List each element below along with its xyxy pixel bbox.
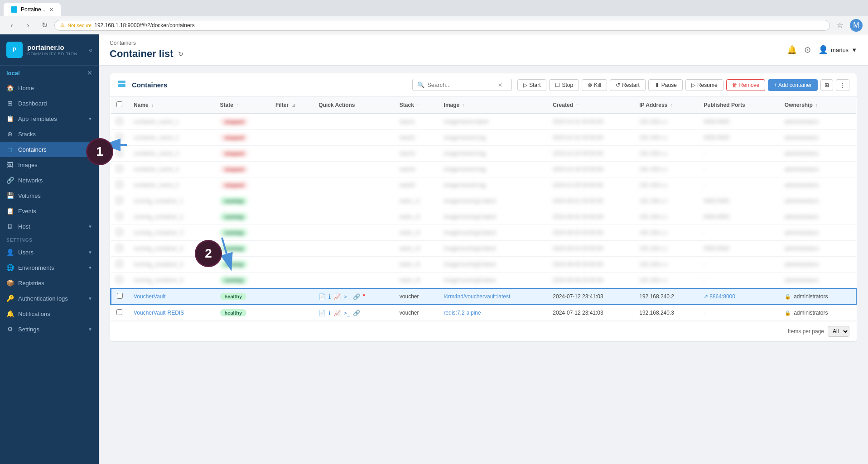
inspect-icon[interactable]: ℹ [328, 293, 331, 300]
sidebar-item-environments[interactable]: 🌐 Environments ▼ [0, 260, 99, 275]
row-checkbox[interactable] [116, 213, 122, 219]
stop-button[interactable]: ☐ Stop [549, 79, 579, 91]
sidebar-item-app-templates[interactable]: 📋 App Templates ▼ [0, 111, 99, 126]
row-checkbox[interactable] [116, 229, 122, 235]
sidebar-item-containers[interactable]: ◻ Containers [0, 142, 99, 157]
filter-cell [270, 130, 313, 146]
filter-cell [270, 288, 313, 305]
search-clear-button[interactable]: ✕ [498, 82, 502, 88]
stats-icon[interactable]: 📈 [333, 293, 341, 300]
items-per-page-label: Items per page [788, 328, 824, 335]
name-column-header[interactable]: Name ↓ [128, 97, 215, 114]
row-checkbox[interactable] [117, 293, 123, 299]
host-icon: 🖥 [6, 223, 14, 230]
ports-column-header[interactable]: Published Ports ↑ [698, 97, 779, 114]
created-cell: 2024-01-05 00:00:00 [547, 177, 634, 193]
filter-column-header[interactable]: Filter ⊿ [270, 97, 313, 114]
search-input[interactable] [427, 81, 495, 88]
env-close-button[interactable]: ✕ [87, 69, 92, 77]
logs-icon[interactable]: 📄 [318, 310, 326, 316]
attach-icon[interactable]: 🔗 [353, 293, 360, 300]
select-all-checkbox[interactable] [116, 101, 122, 107]
per-page-select[interactable]: All 10 25 50 [828, 326, 849, 337]
sidebar-item-home[interactable]: 🏠 Home [0, 80, 99, 96]
container-name-link[interactable]: VoucherVault-REDIS [134, 310, 184, 316]
attach-icon[interactable]: 🔗 [353, 310, 360, 316]
kill-button[interactable]: ⊗ Kill [582, 79, 607, 91]
user-menu[interactable]: 👤 marius ▼ [818, 45, 857, 55]
vouchervault-redis-row[interactable]: VoucherVault-REDIS healthy 📄 ℹ [111, 305, 857, 321]
row-checkbox[interactable] [116, 134, 122, 140]
sidebar-item-events[interactable]: 📋 Events [0, 203, 99, 219]
ownership-column-header[interactable]: Ownership ↑ [779, 97, 856, 114]
reload-button[interactable]: ↻ [38, 19, 51, 32]
select-all-header[interactable] [111, 97, 129, 114]
bookmark-button[interactable]: ☆ [834, 19, 846, 32]
image-column-header[interactable]: Image ↑ [439, 97, 548, 114]
search-box[interactable]: 🔍 ✕ [412, 79, 512, 91]
row-checkbox[interactable] [116, 261, 122, 267]
inspect-icon[interactable]: ℹ [328, 310, 331, 316]
image-cell: image/running5:latest [439, 257, 548, 273]
row-checkbox[interactable] [116, 309, 122, 315]
stats-icon[interactable]: 📈 [333, 310, 341, 316]
ownership-cell: administrators [779, 273, 856, 289]
active-tab[interactable]: Portaine... ✕ [4, 3, 61, 16]
tab-close-button[interactable]: ✕ [49, 7, 53, 13]
ports-cell: 0000:0000 [698, 193, 779, 209]
remove-button[interactable]: 🗑 Remove [726, 79, 766, 91]
restart-button[interactable]: ↺ Restart [610, 79, 646, 91]
kill-label: Kill [594, 82, 601, 88]
row-checkbox[interactable] [116, 245, 122, 251]
ports-link[interactable]: ↗ 8864:8000 [704, 293, 774, 300]
ip-column-header[interactable]: IP Address ↑ [634, 97, 698, 114]
row-checkbox[interactable] [116, 166, 122, 172]
sidebar-item-registries[interactable]: 📦 Registries [0, 275, 99, 291]
refresh-button[interactable]: ↻ [178, 50, 183, 57]
sidebar-item-dashboard[interactable]: ⊞ Dashboard [0, 96, 99, 111]
sidebar-collapse-button[interactable]: « [89, 46, 92, 53]
sidebar-item-settings[interactable]: ⚙ Settings ▼ [0, 321, 99, 337]
sidebar-item-volumes[interactable]: 💾 Volumes [0, 188, 99, 203]
more-options-button[interactable]: ⋮ [836, 79, 849, 91]
exec-console-icon[interactable]: >_ [343, 293, 350, 300]
state-badge: stopped [220, 150, 249, 157]
row-checkbox[interactable] [116, 277, 122, 282]
ports-cell: - [698, 305, 779, 321]
sidebar-item-auth-logs[interactable]: 🔑 Authentication logs ▼ [0, 291, 99, 306]
stack-column-header[interactable]: Stack ↑ [394, 97, 439, 114]
sidebar-item-users[interactable]: 👤 Users ▼ [0, 244, 99, 260]
sidebar-item-images[interactable]: 🖼 Images [0, 157, 99, 172]
image-link[interactable]: l4rm4nd/vouchervault:latest [444, 293, 511, 300]
start-button[interactable]: ▷ Start [517, 79, 546, 91]
logs-icon[interactable]: 📄 [318, 293, 326, 300]
sidebar-item-host[interactable]: 🖥 Host ▼ [0, 219, 99, 234]
row-checkbox[interactable] [116, 150, 122, 156]
state-column-header[interactable]: State ↑ [215, 97, 270, 114]
notifications-bell-icon[interactable]: 🔔 [787, 45, 797, 55]
address-bar[interactable]: ⚠ Not secure 192.168.1.18:9000/#!/2/dock… [54, 20, 830, 31]
sidebar-item-notifications[interactable]: 🔔 Notifications [0, 306, 99, 321]
columns-toggle-button[interactable]: ⊞ [820, 79, 833, 91]
dashboard-icon: ⊞ [6, 100, 14, 107]
help-icon[interactable]: ⊙ [804, 45, 811, 55]
sidebar-item-networks[interactable]: 🔗 Networks [0, 172, 99, 188]
add-container-button[interactable]: + Add container [768, 79, 818, 91]
profile-button[interactable]: M [850, 19, 863, 32]
stack-cell: stack5 [394, 177, 439, 193]
created-column-header[interactable]: Created ↑ [547, 97, 634, 114]
pause-button[interactable]: ⏸ Pause [648, 79, 683, 91]
quick-actions-cell [313, 177, 394, 193]
resume-button[interactable]: ▷ Resume [685, 79, 723, 91]
pause-icon: ⏸ [654, 82, 660, 88]
forward-button[interactable]: › [22, 19, 34, 32]
image-link[interactable]: redis:7.2-alpine [444, 310, 481, 316]
row-checkbox[interactable] [116, 182, 122, 187]
row-checkbox[interactable] [116, 197, 122, 203]
vouchervault-row[interactable]: VoucherVault healthy 📄 ℹ [111, 288, 857, 305]
sidebar-item-stacks[interactable]: ⊕ Stacks [0, 126, 99, 142]
exec-console-icon[interactable]: >_ [343, 310, 350, 316]
row-checkbox[interactable] [116, 118, 122, 124]
container-name-link[interactable]: VoucherVault [134, 293, 166, 300]
back-button[interactable]: ‹ [5, 19, 18, 32]
